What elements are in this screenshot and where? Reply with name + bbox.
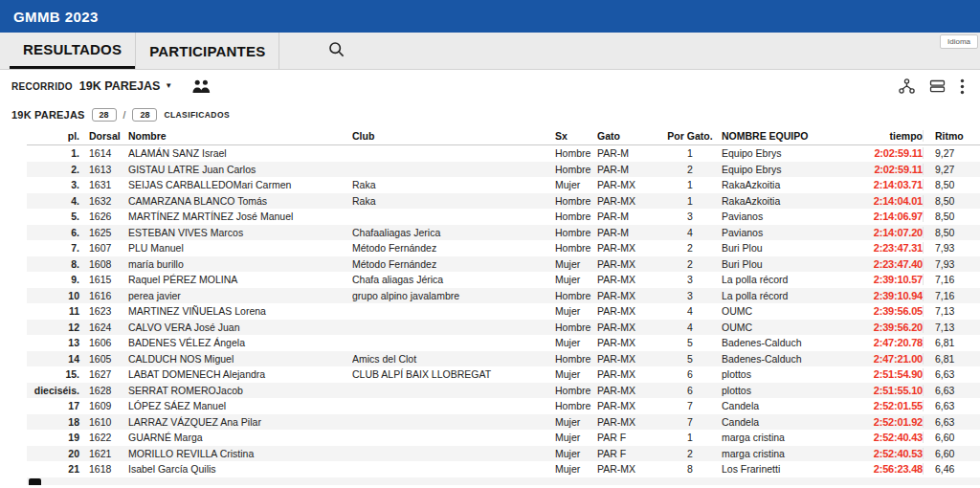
cell-tiempo: 2:47:21.00 bbox=[865, 353, 923, 365]
col-pl[interactable]: pl. bbox=[27, 130, 84, 142]
cell-pl: 9. bbox=[27, 274, 84, 285]
table-row[interactable]: 181610LARRAZ VÁZQUEZ Ana PilarMujerPAR-M… bbox=[27, 414, 980, 431]
cell-por-gato: 1 bbox=[658, 195, 722, 207]
search-button[interactable] bbox=[306, 33, 366, 69]
cell-equipo: Buri Plou bbox=[722, 242, 865, 254]
cell-ritmo: 8,50 bbox=[923, 227, 970, 238]
cell-nombre: SEIJAS CARBALLEDOMari Carmen bbox=[128, 179, 352, 190]
col-dorsal[interactable]: Dorsal bbox=[84, 130, 128, 142]
cell-por-gato: 7 bbox=[658, 416, 722, 428]
pairs-icon bbox=[191, 79, 212, 94]
table-row[interactable]: 111623MARTINEZ VIÑUELAS LorenaMujerPAR-M… bbox=[27, 303, 980, 320]
table-row[interactable]: 101616perea javiergrupo alpino javalambr… bbox=[27, 288, 980, 304]
cell-gato: PAR-MX bbox=[597, 274, 658, 285]
cell-nombre: Isabel García Quilis bbox=[128, 463, 352, 475]
cell-nombre: LABAT DOMENECH Alejandra bbox=[128, 368, 352, 380]
cell-ritmo: 6,81 bbox=[923, 337, 970, 348]
cell-sx: Mujer bbox=[555, 305, 597, 317]
cell-nombre: CALVO VERA José Juan bbox=[128, 322, 352, 333]
cell-sx: Hombre bbox=[555, 290, 597, 301]
cell-ritmo: 7,13 bbox=[923, 305, 970, 317]
col-gato[interactable]: Gato bbox=[597, 130, 658, 142]
col-por-gato[interactable]: Por Gato. bbox=[658, 130, 722, 142]
cell-por-gato: 8 bbox=[658, 463, 722, 475]
cell-sx: Hombre bbox=[555, 400, 597, 411]
table-row[interactable]: 2.1613GISTAU LATRE Juan CarlosHombrePAR-… bbox=[27, 162, 980, 178]
card-view-icon[interactable] bbox=[929, 78, 946, 94]
table-row[interactable]: 15.1627LABAT DOMENECH AlejandraCLUB ALPÍ… bbox=[27, 366, 980, 383]
table-row[interactable]: 8.1608maría burilloMétodo FernándezMujer… bbox=[27, 256, 980, 273]
cell-ritmo: 6,63 bbox=[923, 400, 970, 411]
col-sx[interactable]: Sx bbox=[555, 130, 597, 142]
cell-ritmo: 7,93 bbox=[923, 258, 970, 270]
table-row[interactable]: 1.1614ALAMÁN SANZ IsraelHombrePAR-M1Equi… bbox=[27, 145, 980, 162]
cell-equipo: RakaAzkoitia bbox=[722, 179, 865, 190]
cell-ritmo: 7,93 bbox=[923, 242, 970, 254]
table-header-row: pl.DorsalNombreClubSxGatoPor Gato.NOMBRE… bbox=[27, 127, 980, 145]
cell-dorsal: 1627 bbox=[84, 368, 128, 380]
tab-participantes[interactable]: PARTICIPANTES bbox=[135, 33, 279, 69]
table-row[interactable]: 171609LÓPEZ SÁEZ ManuelHombrePAR-MX7Cand… bbox=[27, 398, 980, 414]
cell-sx: Mujer bbox=[555, 463, 597, 475]
language-selector[interactable]: Idioma bbox=[940, 34, 978, 49]
app-title: GMMB 2023 bbox=[13, 9, 99, 25]
table-row[interactable]: 121624CALVO VERA José JuanHombrePAR-MX4O… bbox=[27, 320, 980, 336]
tab-resultados[interactable]: RESULTADOS bbox=[10, 33, 135, 69]
sitemap-icon[interactable] bbox=[899, 78, 915, 94]
cell-equipo: Badenes-Calduch bbox=[722, 337, 865, 348]
cell-gato: PAR-MX bbox=[597, 258, 658, 270]
col-tiempo[interactable]: tiempo bbox=[865, 130, 923, 142]
cell-tiempo: 2:52:01.92 bbox=[865, 416, 923, 428]
cell-dorsal: 1616 bbox=[84, 290, 128, 301]
table-row[interactable]: 7.1607PLU ManuelMétodo FernándezHombrePA… bbox=[27, 240, 980, 256]
table-row[interactable]: 191622GUARNÉ MargaMujerPAR F1marga crist… bbox=[27, 430, 980, 446]
table-row[interactable]: 201621MORILLO REVILLA CristinaMujerPAR F… bbox=[27, 446, 980, 462]
cell-nombre: ESTEBAN VIVES Marcos bbox=[128, 227, 352, 238]
cell-dorsal: 1628 bbox=[84, 385, 128, 396]
table-row[interactable]: 141605CALDUCH NOS MiguelAmics del ClotHo… bbox=[27, 351, 980, 367]
table-row[interactable]: 131606BADENES VÉLEZ ÁngelaMujerPAR-MX5Ba… bbox=[27, 335, 980, 351]
cell-tiempo: 2:39:56.05 bbox=[865, 305, 923, 317]
cell-ritmo: 6,63 bbox=[923, 385, 970, 396]
cell-sx: Mujer bbox=[555, 432, 597, 443]
cell-dorsal: 1606 bbox=[84, 337, 128, 348]
table-row[interactable]: 3.1631SEIJAS CARBALLEDOMari CarmenRakaMu… bbox=[27, 177, 980, 193]
cell-tiempo: 2:39:56.20 bbox=[865, 322, 923, 333]
cell-pl: 7. bbox=[27, 242, 84, 254]
cell-gato: PAR F bbox=[597, 432, 658, 443]
cell-por-gato: 4 bbox=[658, 322, 722, 333]
cell-dorsal: 1609 bbox=[84, 400, 128, 411]
cell-gato: PAR-MX bbox=[597, 400, 658, 411]
cell-equipo: Equipo Ebrys bbox=[722, 147, 865, 159]
cell-equipo: Equipo Ebrys bbox=[722, 164, 865, 175]
cell-sx: Mujer bbox=[555, 416, 597, 428]
cell-pl: 2. bbox=[27, 164, 84, 175]
cell-por-gato: 3 bbox=[658, 211, 722, 222]
cell-sx: Hombre bbox=[555, 195, 597, 207]
table-row[interactable]: 4.1632CAMARZANA BLANCO TomásRakaHombrePA… bbox=[27, 193, 980, 210]
cell-gato: PAR-M bbox=[597, 227, 658, 238]
table-row[interactable]: 9.1615Raquel PÉREZ MOLINAChafa aliagas J… bbox=[27, 272, 980, 288]
table-row[interactable]: dieciséis.1628SERRAT ROMEROJacobHombrePA… bbox=[27, 383, 980, 399]
cell-gato: PAR-M bbox=[597, 164, 658, 175]
cell-sx: Hombre bbox=[555, 242, 597, 254]
cell-nombre: GISTAU LATRE Juan Carlos bbox=[128, 164, 352, 175]
col-club[interactable]: Club bbox=[352, 130, 555, 142]
col-ritmo[interactable]: Ritmo bbox=[923, 130, 970, 142]
cell-ritmo: 6,63 bbox=[923, 416, 970, 428]
table-row[interactable]: 6.1625ESTEBAN VIVES MarcosChafaaliagas J… bbox=[27, 225, 980, 241]
next-row-partial bbox=[27, 477, 980, 485]
cell-equipo: Los Frarinetti bbox=[722, 463, 865, 475]
kebab-menu-icon[interactable] bbox=[960, 78, 965, 95]
table-row[interactable]: 211618Isabel García QuilisMujerPAR-MX8Lo… bbox=[27, 461, 980, 477]
results-table: pl.DorsalNombreClubSxGatoPor Gato.NOMBRE… bbox=[0, 127, 980, 477]
cell-ritmo: 6,81 bbox=[923, 353, 970, 365]
col-equipo[interactable]: NOMBRE EQUIPO bbox=[722, 130, 865, 142]
recorrido-dropdown[interactable]: 19K PAREJAS ▼ bbox=[79, 79, 172, 93]
cell-gato: PAR-MX bbox=[597, 463, 658, 475]
col-nombre[interactable]: Nombre bbox=[128, 130, 352, 142]
cell-tiempo: 2:39:10.57 bbox=[865, 274, 923, 285]
table-row[interactable]: 5.1626MARTÍNEZ MARTÍNEZ José ManuelHombr… bbox=[27, 209, 980, 225]
cell-ritmo: 7,16 bbox=[923, 274, 970, 285]
cell-dorsal: 1608 bbox=[84, 258, 128, 270]
